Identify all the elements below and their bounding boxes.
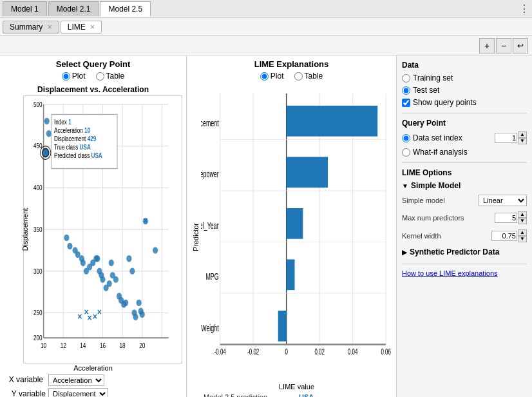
y-axis-label: Displacement [21, 208, 29, 251]
svg-point-64 [153, 247, 158, 253]
index-increment-button[interactable]: ▲ [518, 131, 527, 138]
svg-text:0.06: 0.06 [381, 347, 390, 356]
svg-rect-94 [278, 311, 287, 342]
lime-y-axis-label: Predictor [191, 83, 201, 391]
svg-text:300: 300 [33, 268, 43, 275]
svg-text:MPG: MPG [205, 271, 218, 282]
svg-text:Index 1: Index 1 [54, 119, 71, 126]
show-query-points-checkbox[interactable] [402, 99, 410, 107]
svg-point-56 [123, 300, 128, 306]
svg-text:-0.04: -0.04 [214, 347, 226, 356]
svg-rect-90 [287, 106, 378, 137]
kernel-width-increment-button[interactable]: ▲ [518, 229, 527, 236]
svg-text:×: × [77, 310, 82, 322]
svg-rect-93 [287, 259, 295, 290]
svg-point-60 [133, 314, 138, 320]
test-set-radio[interactable] [402, 86, 410, 95]
simple-model-label: Simple model [402, 197, 445, 204]
data-set-index-radio[interactable] [402, 134, 410, 142]
data-set-index-input[interactable] [495, 133, 517, 143]
training-set-radio[interactable] [402, 74, 410, 82]
svg-point-29 [44, 118, 50, 124]
svg-text:Horsepower: Horsepower [201, 169, 219, 180]
svg-point-47 [100, 276, 105, 282]
svg-text:0.02: 0.02 [314, 347, 324, 356]
y-variable-label: Y variable [4, 389, 46, 397]
left-panel-title: Select Query Point [4, 59, 182, 69]
svg-point-50 [109, 260, 114, 266]
svg-text:Displacement 429: Displacement 429 [54, 135, 96, 142]
svg-text:Displacement: Displacement [201, 118, 219, 129]
svg-text:Predicted class USA: Predicted class USA [54, 152, 102, 159]
svg-text:400: 400 [33, 184, 43, 191]
svg-text:20: 20 [139, 342, 145, 349]
what-if-radio[interactable] [402, 148, 410, 157]
max-num-pred-input[interactable] [495, 213, 517, 223]
max-pred-decrement-button[interactable]: ▼ [518, 218, 527, 224]
svg-text:200: 200 [33, 334, 43, 342]
svg-text:0: 0 [285, 347, 287, 356]
radio-table-left[interactable]: Table [96, 72, 125, 81]
svg-text:350: 350 [33, 226, 43, 233]
radio-plot-lime[interactable]: Plot [260, 72, 284, 81]
svg-text:18: 18 [120, 342, 126, 349]
svg-text:0.04: 0.04 [348, 347, 357, 356]
svg-point-63 [140, 311, 145, 318]
svg-text:10: 10 [41, 342, 46, 349]
svg-point-35 [67, 243, 72, 249]
svg-point-34 [64, 235, 69, 241]
radio-plot-left[interactable]: Plot [62, 72, 86, 81]
restore-button[interactable]: ↩ [513, 38, 528, 53]
svg-point-52 [113, 276, 119, 282]
y-variable-select[interactable]: Displacement Acceleration Horsepower MPG… [48, 388, 108, 397]
svg-rect-92 [287, 208, 303, 239]
svg-point-58 [129, 268, 135, 275]
simple-model-select[interactable]: Linear Tree [479, 195, 527, 206]
svg-point-31 [43, 149, 49, 157]
lime-bar-chart: Displacement Horsepower Model_Year MPG W… [201, 83, 392, 391]
svg-point-57 [126, 255, 131, 262]
x-axis-label: Acceleration [4, 364, 182, 372]
max-num-pred-label: Max num predictors [402, 214, 464, 222]
kernel-width-label: Kernel width [402, 232, 441, 240]
lime-help-link[interactable]: How to use LIME explanations [402, 269, 527, 277]
chart-title: Displacement vs. Acceleration [4, 85, 182, 94]
max-pred-increment-button[interactable]: ▲ [518, 211, 527, 218]
radio-table-lime[interactable]: Table [294, 72, 323, 81]
synthetic-pred-collapsible[interactable]: ▶ Synthetic Predictor Data [402, 247, 527, 257]
svg-text:-0.02: -0.02 [247, 347, 259, 356]
kernel-width-input[interactable] [491, 231, 517, 241]
sub-tab-summary[interactable]: Summary × [3, 21, 59, 34]
sub-tab-lime[interactable]: LIME × [61, 21, 102, 34]
kernel-width-decrement-button[interactable]: ▼ [518, 236, 527, 242]
x-variable-select[interactable]: Acceleration Horsepower MPG Weight [48, 374, 104, 386]
svg-point-44 [95, 255, 100, 262]
svg-text:×: × [88, 312, 92, 324]
tab-model1[interactable]: Model 1 [3, 1, 47, 16]
svg-text:250: 250 [33, 309, 43, 316]
svg-point-30 [46, 130, 52, 137]
tab-model21[interactable]: Model 2.1 [48, 1, 99, 16]
svg-text:Acceleration 10: Acceleration 10 [54, 127, 90, 134]
svg-text:Weight: Weight [201, 323, 219, 334]
simple-model-collapsible[interactable]: ▼ Simple Model [402, 181, 527, 190]
scatter-plot[interactable]: 500 450 400 350 300 250 200 10 12 14 16 … [24, 96, 182, 363]
zoom-out-button[interactable]: − [496, 38, 511, 53]
x-variable-label: X variable [4, 375, 46, 384]
svg-text:14: 14 [80, 342, 86, 349]
predictions-section: Model 2.5 prediction USA LIME model pred… [191, 391, 392, 397]
zoom-in-button[interactable]: + [479, 38, 495, 53]
kebab-menu[interactable]: ⋮ [519, 3, 529, 15]
svg-text:×: × [93, 310, 97, 322]
svg-text:Model_Year: Model_Year [201, 220, 219, 231]
lime-options-title: LIME Options [402, 168, 527, 177]
index-decrement-button[interactable]: ▼ [518, 138, 527, 144]
svg-text:×: × [97, 306, 102, 318]
tab-model25[interactable]: Model 2.5 [100, 1, 151, 17]
svg-point-49 [107, 280, 112, 287]
svg-point-61 [137, 300, 142, 306]
lime-panel-title: LIME Explanations [191, 59, 392, 69]
query-point-title: Query Point [402, 119, 527, 128]
lime-x-axis-label: LIME value [201, 383, 392, 391]
svg-text:12: 12 [61, 342, 66, 349]
